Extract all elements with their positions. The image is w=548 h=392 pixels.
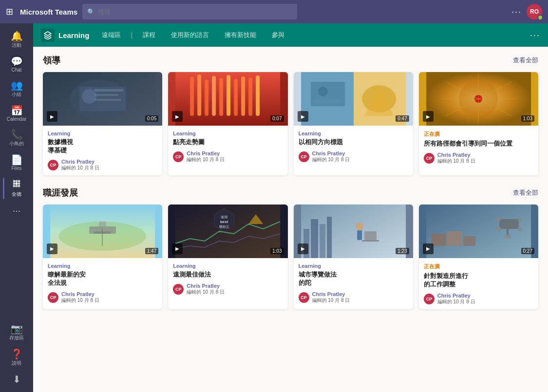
- card-1-play[interactable]: ▶: [47, 111, 57, 122]
- card-4-author-date: 編輯的 10 月 8 日: [437, 158, 475, 165]
- card-2-title: 點亮走勢圖: [173, 138, 283, 147]
- main-layout: 🔔 活動 💬 Chat 👥 小組 📅 Calendar 📞 小鳥的 📄 File…: [0, 23, 548, 392]
- svg-rect-70: [447, 231, 462, 246]
- card-8-avatar: CP: [424, 294, 435, 304]
- topbar-more-button[interactable]: ···: [511, 7, 522, 17]
- svg-point-64: [356, 223, 363, 230]
- card-6-title: 遠測最佳做法: [173, 271, 283, 279]
- card-2-author-date: 編輯的 10 月 8 日: [187, 156, 225, 163]
- svg-point-6: [13, 185, 16, 187]
- calls-icon: 📞: [11, 130, 23, 139]
- card-6[interactable]: 遠測 best 螺校正 ▶ 1:03: [168, 205, 287, 309]
- svg-point-3: [13, 183, 16, 185]
- svg-rect-67: [362, 240, 379, 242]
- grid-icon[interactable]: ⊞: [6, 6, 13, 17]
- card-8-body: 正在廣 針對製造所進行 的工作調整 CP Chris Pratley 編輯的 1…: [419, 258, 538, 309]
- card-3-thumb: ▶ 0:47: [294, 72, 413, 126]
- sidebar-item-files[interactable]: 📄 Files: [3, 151, 30, 175]
- card-3[interactable]: ▶ 0:47 Learning 以相同方向標題 CP Chris Pratley…: [294, 72, 413, 175]
- sidebar-item-help[interactable]: ❓ 說明: [3, 345, 30, 371]
- svg-rect-62: [320, 224, 325, 258]
- search-input[interactable]: [98, 8, 292, 16]
- card-5-play[interactable]: ▶: [47, 243, 57, 254]
- card-1-duration: 0:05: [145, 115, 158, 122]
- download-icon: ⬇: [13, 374, 21, 384]
- tab-new-skill[interactable]: 擁有新技能: [218, 28, 263, 42]
- sidebar-item-download[interactable]: ⬇: [3, 371, 30, 388]
- avatar-status-badge: [537, 15, 543, 20]
- topbar: ⊞ Microsoft Teams 🔍 ··· RO: [0, 0, 548, 23]
- card-7-thumb: ▶ 1:23: [294, 205, 413, 258]
- sidebar-item-calls[interactable]: 📞 小鳥的: [3, 126, 30, 151]
- tabbar-more-button[interactable]: ···: [530, 30, 540, 40]
- card-7[interactable]: ▶ 1:23 Learning 城市導覽做法 的陀 CP: [294, 205, 413, 309]
- card-5-author-name: Chris Pratley: [61, 291, 99, 297]
- card-1[interactable]: ▶ 0:05 Learning 數據機視 導基礎 CP: [43, 72, 162, 175]
- card-4-play[interactable]: ▶: [423, 111, 434, 122]
- svg-point-32: [318, 87, 328, 96]
- search-icon: 🔍: [87, 8, 95, 16]
- tab-remote[interactable]: 遠端區: [95, 28, 128, 42]
- sidebar-item-apps[interactable]: 全德: [3, 175, 30, 202]
- sidebar-item-activity[interactable]: 🔔 活動: [3, 27, 30, 53]
- card-3-author: CP Chris Pratley 編輯的 10 月 8 日: [299, 150, 408, 163]
- see-all-leadership[interactable]: 查看全部: [513, 56, 538, 65]
- tab-new-lang[interactable]: 使用新的語言: [164, 28, 216, 42]
- files-icon: 📄: [11, 155, 23, 165]
- scroll-area[interactable]: 領導 查看全部: [33, 47, 548, 392]
- card-4-duration: 1:03: [521, 115, 534, 122]
- svg-rect-24: [227, 75, 230, 116]
- card-6-body: Learning 遠測最佳做法 CP Chris Pratley 編輯的 10 …: [168, 258, 287, 299]
- card-1-title: 數據機視 導基礎: [48, 138, 157, 155]
- sidebar-label-teams: 小組: [12, 91, 21, 98]
- svg-rect-68: [426, 205, 531, 258]
- card-grid-leadership: ▶ 0:05 Learning 數據機視 導基礎 CP: [43, 72, 538, 175]
- avatar[interactable]: RO: [527, 4, 542, 19]
- sidebar-item-teams[interactable]: 👥 小組: [3, 76, 30, 102]
- card-8-play[interactable]: ▶: [423, 243, 434, 254]
- card-5-avatar: CP: [48, 292, 58, 303]
- svg-text:best: best: [220, 220, 228, 224]
- card-5-author-date: 編輯的 10 月 8 日: [61, 297, 99, 304]
- see-all-career[interactable]: 查看全部: [513, 188, 538, 197]
- tab-courses[interactable]: 課程: [136, 28, 162, 42]
- card-8-thumb: ▶ 0:27: [419, 205, 538, 258]
- meetup-icon: 📷: [11, 324, 23, 334]
- card-8[interactable]: ▶ 0:27 正在廣 針對製造所進行 的工作調整 CP: [419, 205, 538, 309]
- card-7-author-name: Chris Pratley: [312, 291, 350, 297]
- svg-rect-15: [94, 94, 118, 96]
- card-4[interactable]: ▶ 1:03 正在廣 所有路徑都會引導到同一個位置 CP Chris Pratl…: [419, 72, 538, 175]
- card-2-author-name: Chris Pratley: [187, 150, 225, 156]
- card-6-avatar: CP: [173, 284, 184, 295]
- svg-rect-27: [248, 77, 252, 116]
- card-2-play[interactable]: ▶: [172, 111, 183, 122]
- card-4-author-name: Chris Pratley: [437, 152, 475, 158]
- svg-rect-61: [311, 219, 318, 258]
- card-8-title: 針對製造所進行 的工作調整: [424, 272, 533, 289]
- card-3-play[interactable]: ▶: [298, 111, 308, 122]
- svg-rect-21: [205, 79, 208, 116]
- sidebar-item-meetup[interactable]: 📷 存放區: [3, 320, 30, 345]
- sidebar-item-calendar[interactable]: 📅 Calendar: [3, 102, 30, 126]
- sidebar-item-chat[interactable]: 💬 Chat: [3, 53, 30, 76]
- card-7-title: 城市導覽做法 的陀: [299, 271, 408, 287]
- svg-rect-26: [241, 76, 245, 116]
- card-7-author: CP Chris Pratley 編輯的 10 月 8 日: [299, 291, 408, 304]
- section-leadership: 領導 查看全部: [43, 55, 538, 175]
- svg-point-7: [16, 185, 18, 187]
- card-4-body: 正在廣 所有路徑都會引導到同一個位置 CP Chris Pratley 編輯的 …: [419, 126, 538, 168]
- sidebar: 🔔 活動 💬 Chat 👥 小組 📅 Calendar 📞 小鳥的 📄 File…: [0, 23, 33, 392]
- card-7-play[interactable]: ▶: [298, 243, 308, 254]
- card-6-play[interactable]: ▶: [172, 243, 183, 254]
- card-5[interactable]: ▶ 1:47 Learning 瞭解最新的安 全法規 CP: [43, 205, 162, 309]
- tab-participate[interactable]: 參與: [265, 28, 291, 42]
- sidebar-item-more[interactable]: ···: [3, 202, 30, 219]
- card-2[interactable]: ▶ 0:07 Learning 點亮走勢圖 CP Chris Pratley 編…: [168, 72, 287, 175]
- activity-icon: 🔔: [11, 31, 23, 41]
- card-4-tag: 正在廣: [424, 131, 533, 138]
- svg-point-5: [18, 183, 20, 185]
- search-bar[interactable]: 🔍: [82, 4, 297, 19]
- svg-rect-20: [197, 75, 201, 116]
- svg-rect-71: [463, 236, 475, 246]
- card-7-body: Learning 城市導覽做法 的陀 CP Chris Pratley 編輯的 …: [294, 258, 413, 308]
